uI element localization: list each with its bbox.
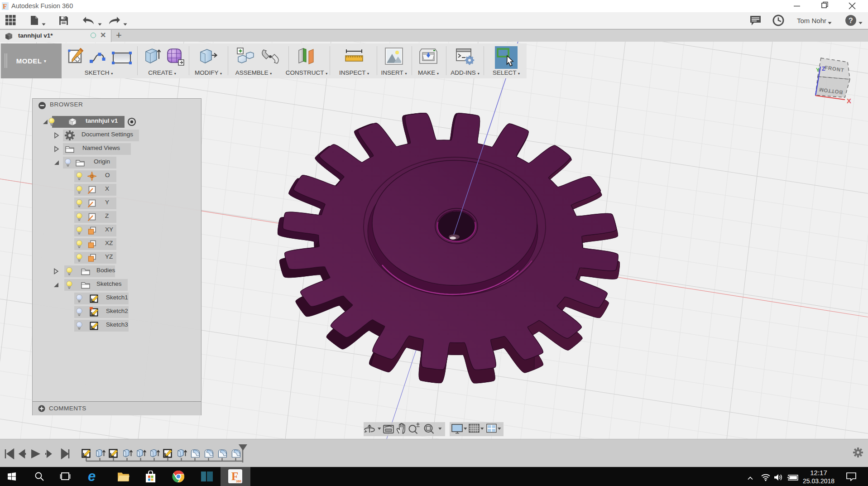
svg-text:X: X <box>847 97 851 105</box>
svg-text:F: F <box>3 3 7 10</box>
svg-text:?: ? <box>849 17 853 24</box>
svg-text:Y: Y <box>816 67 820 72</box>
svg-text:Z: Z <box>822 66 825 72</box>
